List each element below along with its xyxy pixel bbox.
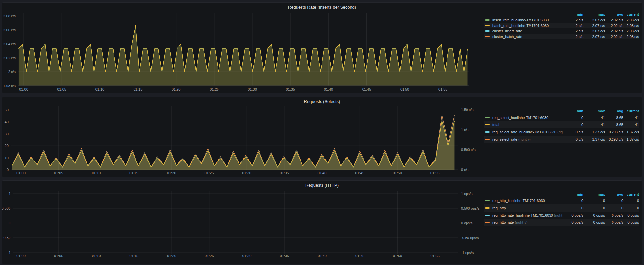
y-axis-right-label: 0 c/s (461, 168, 469, 172)
legend-stat-value: 1.37 c/s (623, 137, 639, 141)
x-axis-label: 01:05 (54, 171, 63, 175)
legend-sort-current[interactable]: current (623, 12, 639, 16)
x-axis-label: 01:20 (172, 87, 181, 91)
legend-series-row: req_http_huolinhe-TM1701:60300000 (484, 197, 639, 204)
legend-sort-max[interactable]: max (583, 109, 605, 113)
legend-stat-value: 8.65 (605, 116, 623, 120)
series-color-swatch[interactable] (485, 124, 490, 125)
series-color-swatch[interactable] (485, 25, 490, 26)
x-axis-label: 01:25 (205, 254, 214, 258)
series-name-toggle[interactable]: req_http_rate (right-y) (492, 220, 563, 224)
legend-header-row: minmaxavgcurrent (484, 12, 639, 17)
grafana-dashboard: Requests Rate (Inserts per Second) 2.08 … (2, 2, 642, 264)
x-axis-label: 01:50 (400, 87, 409, 91)
legend-table: minmaxavgcurrentreq_select_huolinhe-TM17… (484, 108, 639, 143)
legend-table: minmaxavgcurrentreq_http_huolinhe-TM1701… (484, 191, 639, 226)
x-axis-label: 01:45 (355, 254, 364, 258)
x-axis-label: 01:55 (430, 254, 440, 258)
legend-sort-max[interactable]: max (583, 192, 605, 196)
panel-title[interactable]: Requests Rate (Inserts per Second) (2, 5, 642, 9)
series-color-swatch[interactable] (485, 200, 490, 201)
legend-stat-value: 2.02 c/s (605, 24, 623, 28)
series-name-toggle[interactable]: req_select_huolinhe-TM1701:6030 (492, 116, 563, 120)
series-name-toggle[interactable]: req_http (492, 206, 563, 210)
legend-sort-avg[interactable]: avg (605, 109, 623, 113)
legend-series-row: cluster_insert_rate2 c/s2.07 c/s2.02 c/s… (484, 28, 639, 34)
y-axis-right-label: 1 ops/s (461, 192, 473, 196)
series-color-swatch[interactable] (485, 207, 490, 209)
series-color-swatch[interactable] (485, 131, 490, 133)
series-color-swatch[interactable] (485, 215, 490, 216)
legend-stat-value: 2 c/s (563, 29, 583, 33)
series-color-swatch[interactable] (485, 222, 490, 223)
legend-stat-value: 8.65 (605, 123, 623, 127)
legend-stat-value: 2 c/s (563, 18, 583, 22)
series-axis-suffix: (right-y) (515, 220, 528, 224)
legend-sort-avg[interactable]: avg (605, 12, 623, 16)
series-color-swatch[interactable] (485, 139, 490, 140)
y-axis-left-label: 2.02 c/s (3, 56, 16, 60)
legend-sort-min[interactable]: min (563, 12, 583, 16)
legend-sort-current[interactable]: current (623, 109, 639, 113)
legend-sort-max[interactable]: max (583, 12, 605, 16)
x-axis-label: 01:35 (280, 254, 289, 258)
series-name-toggle[interactable]: batch_rate_huolinhe-TM1701:6030 (492, 24, 563, 28)
x-axis-label: 01:30 (242, 254, 252, 258)
series-area-total (12, 121, 455, 170)
x-axis-label: 01:30 (242, 171, 251, 175)
y-axis-left-label: 2.06 c/s (3, 28, 16, 32)
series-color-swatch[interactable] (485, 36, 490, 37)
x-axis-label: 01:15 (134, 87, 143, 91)
legend-stat-value: 2.03 c/s (623, 35, 639, 39)
legend-stat-value: 2.07 c/s (583, 18, 605, 22)
y-axis-right-label: 0.500 c/s (461, 148, 476, 152)
legend-stat-value: 41 (583, 123, 605, 127)
x-axis-label: 01:45 (355, 171, 364, 175)
legend-stat-value: 1.37 c/s (583, 137, 605, 141)
x-axis-label: 01:40 (318, 171, 327, 175)
series-color-swatch[interactable] (485, 19, 490, 21)
legend-stat-value: 2 c/s (563, 35, 583, 39)
series-name-toggle[interactable]: cluster_insert_rate (492, 29, 563, 33)
x-axis-label: 01:15 (129, 171, 138, 175)
series-name-toggle[interactable]: req_http_rate_huolinhe-TM1701:6030 (righ… (492, 213, 563, 217)
x-axis-label: 01:50 (393, 171, 402, 175)
legend-stat-value: 2 c/s (563, 24, 583, 28)
x-axis-label: 01:50 (393, 254, 402, 258)
legend-stat-value: 2.07 c/s (583, 24, 605, 28)
legend-stat-value: 0.293 c/s (605, 130, 623, 134)
y-axis-left-label: 20 (5, 144, 9, 148)
series-name-toggle[interactable]: req_select_rate (right-y) (492, 137, 563, 141)
series-name-toggle[interactable]: req_select_rate_huolinhe-TM1701:6030 (ri… (492, 130, 563, 134)
legend-sort-current[interactable]: current (623, 192, 639, 196)
legend-sort-min[interactable]: min (563, 109, 583, 113)
x-axis-label: 01:10 (92, 171, 101, 175)
x-axis-label: 01:00 (16, 254, 26, 258)
legend-stat-value: 0 (605, 199, 623, 203)
series-name-toggle[interactable]: req_http_huolinhe-TM1701:6030 (492, 199, 563, 203)
legend-stat-value: 0 ops/s (583, 220, 605, 224)
series-color-swatch[interactable] (485, 30, 490, 32)
x-axis-label: 01:35 (280, 171, 289, 175)
panel-title[interactable]: Requests (HTTP) (2, 183, 642, 188)
y-axis-left-label: 0 (7, 168, 9, 172)
legend-series-row: req_http_rate (right-y)0 ops/s0 ops/s0 o… (484, 219, 639, 226)
series-name-toggle[interactable]: total (492, 123, 563, 127)
y-axis-left-label: 2.04 c/s (3, 42, 16, 46)
legend-series-row: insert_rate_huolinhe-TM1701:60302 c/s2.0… (484, 17, 639, 23)
y-axis-left-label: 0 (9, 221, 10, 225)
legend-stat-value: 2.03 c/s (623, 24, 639, 28)
x-axis-label: 01:00 (19, 87, 28, 91)
series-name-toggle[interactable]: insert_rate_huolinhe-TM1701:6030 (492, 18, 563, 22)
panel-title[interactable]: Requests (Selects) (2, 99, 642, 104)
x-axis-label: 01:10 (92, 254, 101, 258)
legend-sort-avg[interactable]: avg (605, 192, 623, 196)
series-name-toggle[interactable]: cluster_batch_rate (492, 35, 563, 39)
legend-stat-value: 0 ops/s (583, 213, 605, 217)
series-color-swatch[interactable] (485, 117, 490, 118)
legend-stat-value: 41 (623, 123, 639, 127)
y-axis-left-label: 50 (5, 108, 9, 112)
x-axis-label: 01:35 (286, 87, 295, 91)
legend-sort-min[interactable]: min (563, 192, 583, 196)
panel-requests-http: Requests (HTTP) 10.5000-0.50-11 ops/s0.5… (2, 180, 642, 264)
